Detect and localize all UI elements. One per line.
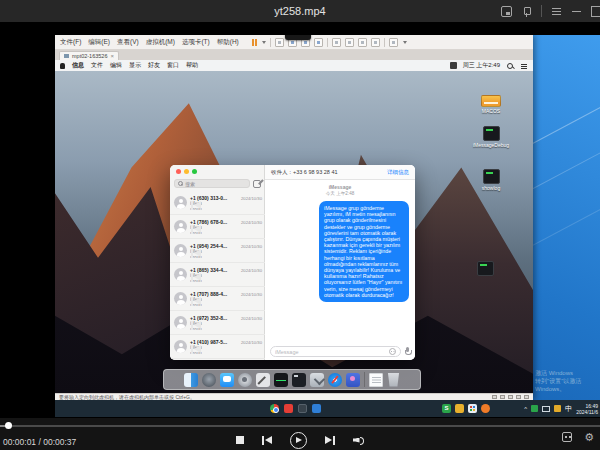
conversation-row[interactable]: +1 (865) 334-4...2024/10/30iMessage grou… — [170, 263, 265, 287]
notification-center-icon[interactable] — [520, 62, 528, 70]
vm-menu-vm[interactable]: 虚拟机(M) — [146, 38, 175, 47]
input-method-icon[interactable] — [450, 62, 457, 69]
vm-tab[interactable]: mpt02-163526 × — [59, 51, 119, 60]
dock-trash-icon[interactable] — [387, 373, 401, 387]
dock-terminal-icon[interactable] — [292, 373, 306, 387]
taskbar-app-blue-icon[interactable] — [312, 404, 321, 413]
taskbar-app-dark-icon[interactable] — [298, 404, 307, 413]
search-input[interactable] — [185, 181, 246, 187]
spotlight-search-icon[interactable] — [506, 62, 514, 70]
message-input[interactable] — [275, 349, 386, 355]
seek-knob[interactable] — [5, 422, 12, 429]
free-stretch-icon[interactable] — [389, 38, 398, 47]
dock-safari-icon[interactable] — [328, 373, 342, 387]
fullscreen-icon[interactable] — [358, 38, 367, 47]
message-input-field[interactable] — [270, 346, 401, 357]
dock-finder-icon[interactable] — [184, 373, 198, 387]
dock-textedit-icon[interactable] — [256, 373, 270, 387]
taskbar-clock[interactable]: 16:49 2024/11/6 — [576, 403, 598, 415]
vm-menu-edit[interactable]: 编辑(E) — [88, 38, 110, 47]
previous-button[interactable] — [261, 436, 273, 445]
conversation-row[interactable]: +1 (786) 678-0...2024/10/30iMessage grou… — [170, 215, 265, 239]
taskbar-app-red-icon[interactable] — [284, 404, 293, 413]
taskbar-app-orange-icon[interactable] — [481, 404, 490, 413]
vm-tab-close-icon[interactable]: × — [110, 53, 114, 59]
tray-volume-icon[interactable] — [554, 405, 561, 412]
tray-security-icon[interactable] — [531, 405, 538, 412]
dock-contacts-icon[interactable] — [346, 373, 360, 387]
apple-menu-icon[interactable] — [60, 63, 65, 69]
maximize-icon[interactable] — [591, 6, 600, 17]
mac-menu-window[interactable]: 窗口 — [167, 61, 179, 70]
conversation-row[interactable]: +1 (630) 313-0...2024/10/30iMessage grou… — [170, 191, 265, 215]
conversation-row[interactable]: +1 (404) 787-8...2024/10/30iMessage grou… — [170, 359, 265, 360]
mac-clock[interactable]: 周三 上午2:49 — [463, 61, 500, 70]
search-icon — [178, 181, 183, 186]
contact-avatar — [174, 340, 187, 353]
mac-menu-help[interactable]: 帮助 — [186, 61, 198, 70]
conversation-row[interactable]: +1 (410) 987-5...2024/10/30iMessage grou… — [170, 335, 265, 359]
contact-avatar — [174, 268, 187, 281]
vm-menu-view[interactable]: 查看(V) — [117, 38, 139, 47]
manage-snapshots-icon[interactable] — [314, 38, 323, 47]
search-field[interactable] — [174, 179, 250, 188]
settings-gear-icon[interactable]: ⚙ — [584, 432, 594, 442]
play-button[interactable] — [290, 432, 307, 449]
pin-on-top-icon[interactable] — [521, 6, 532, 17]
dock-system-preferences-icon[interactable] — [238, 373, 252, 387]
next-button[interactable] — [324, 436, 336, 445]
details-link[interactable]: 详细信息 — [387, 169, 409, 176]
recipient-field[interactable]: 收件人：+33 6 98 93 28 41 — [271, 169, 338, 176]
macos-screen: 信息 文件 编辑 显示 好友 窗口 帮助 周三 上午2:49 — [55, 60, 533, 393]
menu-icon[interactable] — [551, 6, 562, 17]
vm-menu-file[interactable]: 文件(F) — [60, 38, 81, 47]
vm-menu-help[interactable]: 帮助(H) — [217, 38, 239, 47]
minimize-icon[interactable] — [571, 6, 582, 17]
send-ctrl-alt-del-icon[interactable] — [275, 38, 284, 47]
messages-app-window: +1 (630) 313-0...2024/10/30iMessage grou… — [170, 165, 415, 360]
desktop-icon-macos-drive[interactable]: MACOS — [469, 95, 513, 114]
dock-downloads-stack-icon[interactable] — [310, 373, 324, 387]
dock-document-icon[interactable] — [369, 373, 383, 387]
view-dropdown-icon[interactable] — [403, 41, 407, 44]
recorded-windows-desktop: 激活 Windows 转到"设置"以激活 Windows。 文件(F) 编辑(E… — [55, 35, 600, 417]
taskbar-app-grid-icon[interactable] — [468, 404, 477, 413]
emoji-icon[interactable] — [389, 348, 396, 355]
microphone-icon[interactable] — [405, 347, 410, 356]
mac-menu-view[interactable]: 显示 — [129, 61, 141, 70]
conversation-row[interactable]: +1 (707) 888-4...2024/10/30iMessage grou… — [170, 287, 265, 311]
conversation-row[interactable]: +1 (954) 254-4...2024/10/30iMessage grou… — [170, 239, 265, 263]
compose-new-message-icon[interactable] — [253, 180, 261, 188]
conversation-row[interactable]: +1 (972) 352-8...2024/10/30iMessage grou… — [170, 311, 265, 335]
volume-icon[interactable] — [353, 435, 365, 445]
vm-menu-tabs[interactable]: 选项卡(T) — [182, 38, 210, 47]
tray-ime-indicator[interactable]: 中 — [565, 404, 572, 414]
vm-device-status-icons[interactable] — [492, 395, 529, 399]
tray-display-icon[interactable] — [542, 406, 550, 412]
mac-menu-messages[interactable]: 信息 — [72, 61, 84, 70]
unity-view-icon[interactable] — [371, 38, 380, 47]
dock-activity-monitor-icon[interactable] — [274, 373, 288, 387]
desktop-icon-unlabeled[interactable] — [463, 261, 507, 277]
taskbar-chrome-icon[interactable] — [270, 404, 279, 413]
picture-in-picture-icon[interactable] — [501, 6, 512, 17]
desktop-icon-imessagedebug[interactable]: iMessageDebug — [469, 126, 513, 148]
seek-bar[interactable] — [0, 425, 600, 427]
tray-expand-icon[interactable]: ^ — [524, 406, 527, 412]
mac-menu-edit[interactable]: 编辑 — [110, 61, 122, 70]
desktop-icon-showlog[interactable]: showlog — [469, 169, 513, 191]
video-frame[interactable]: 激活 Windows 转到"设置"以激活 Windows。 文件(F) 编辑(E… — [0, 22, 600, 418]
mac-menu-buddies[interactable]: 好友 — [148, 61, 160, 70]
dock-messages-icon[interactable] — [220, 373, 234, 387]
dock-launchpad-icon[interactable] — [202, 373, 216, 387]
playlist-toggle-icon[interactable] — [562, 432, 572, 442]
suspend-vm-button[interactable] — [252, 39, 257, 46]
mac-menu-file[interactable]: 文件 — [91, 61, 103, 70]
stop-button[interactable] — [236, 436, 244, 444]
sogou-input-icon[interactable]: S — [442, 404, 451, 413]
console-view-icon[interactable] — [345, 38, 354, 47]
taskbar-app-yellow-icon[interactable] — [455, 404, 464, 413]
window-traffic-lights[interactable] — [176, 169, 197, 174]
show-library-icon[interactable] — [332, 38, 341, 47]
suspend-dropdown-icon[interactable] — [262, 41, 266, 44]
